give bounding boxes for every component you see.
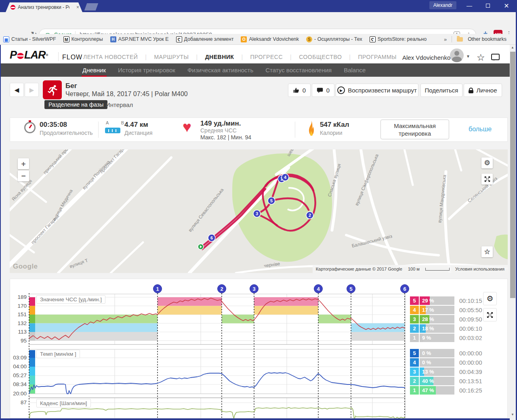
chevron-down-icon[interactable]: ▼ — [466, 54, 470, 59]
bookmark-item[interactable]: S- Осцилляторы - Тех — [306, 36, 362, 42]
nav-item-3[interactable]: ДНЕВНИК — [204, 54, 236, 60]
map-route-marker-3[interactable]: 3 — [253, 210, 261, 217]
nav-item-2[interactable]: МАРШРУТЫ — [152, 54, 190, 60]
replay-route-button[interactable]: ▶ Воспроизвести маршрут — [336, 84, 418, 97]
pace-zone-bar: 47 % — [420, 386, 454, 395]
browser-profile-badge[interactable]: Alexandr — [429, 1, 456, 9]
new-tab-button[interactable] — [84, 3, 99, 10]
hr-zone-table: 529 %00:10:15417 %00:05:50328 %00:09:502… — [410, 296, 482, 343]
subnav-item-1[interactable]: Дневник — [82, 63, 107, 77]
bookmarks-right: » Other bookmarks — [444, 36, 517, 42]
replay-label: Воспроизвести маршрут — [348, 87, 417, 94]
training-benefit-button[interactable]: Максимальная тренировка — [380, 120, 449, 139]
map-terms-link[interactable]: Условия использования — [455, 267, 504, 271]
map-zoom-out-button[interactable]: − — [18, 170, 29, 181]
heart-icon: ♥ — [183, 119, 191, 136]
pace-zone-row-2: 240 %00:13:51 — [410, 377, 482, 385]
share-button[interactable]: Поделиться — [420, 84, 462, 97]
google-logo: Google — [13, 262, 38, 271]
prev-session-button[interactable]: ◀ — [10, 83, 24, 97]
avatar[interactable] — [450, 48, 464, 62]
subnav-item-2[interactable]: История тренировок — [117, 63, 176, 77]
map-fullscreen-button[interactable] — [481, 174, 493, 185]
chart-settings-button[interactable]: ⚙ — [483, 292, 497, 305]
pace-zone-bar: 13 % — [420, 368, 454, 376]
bookmark-item[interactable]: ϚSportsStore: реально — [370, 36, 427, 42]
subnav-item-4[interactable]: Статус восстановления — [265, 63, 332, 77]
phase-marker-6[interactable]: 6 — [400, 284, 409, 293]
next-session-button[interactable]: ▶ — [25, 83, 39, 97]
tab-close-icon[interactable]: × — [76, 4, 79, 10]
map-route-marker-4[interactable]: 4 — [282, 174, 289, 181]
bookmarks-overflow-icon[interactable]: » — [444, 36, 447, 42]
gear-icon: ⚙ — [484, 159, 490, 167]
bookmark-item[interactable]: MКонтроллеры — [63, 36, 103, 42]
subnav-item-3[interactable]: Физическая активность — [187, 63, 254, 77]
bookmark-favicon: ▦ — [3, 36, 9, 42]
bookmark-item[interactable]: OAleksandr Vdovichenk — [241, 36, 299, 42]
more-link[interactable]: больше — [469, 126, 492, 133]
flame-icon — [306, 120, 317, 136]
pace-zone-number: 3 — [410, 368, 419, 376]
window-minimize-button[interactable]: — — [460, 0, 478, 11]
title-bar: Анализ тренировки - Po × Alexandr — ✕ — [0, 0, 517, 12]
route-map[interactable]: прилуцький провулоквулиця ПолігоннаЯсна … — [10, 149, 508, 273]
flow-label[interactable]: FLOW — [62, 54, 82, 61]
pace-zone-time: 00:13:51 — [459, 378, 482, 384]
map-favorite-button[interactable]: ☆ — [481, 246, 493, 257]
hr-zone-row-4: 417 %00:05:50 — [410, 306, 482, 314]
other-bookmarks-label[interactable]: Other bookmarks — [468, 36, 506, 42]
hr-zone-time: 00:03:02 — [459, 335, 482, 341]
favorites-star-icon[interactable]: ☆ — [477, 52, 485, 63]
tab-title: Анализ тренировки - Po — [18, 4, 69, 10]
hr-zone-number: 5 — [410, 296, 419, 305]
avg-hr-label: Средняя ЧСС — [200, 127, 237, 134]
map-route-marker-5[interactable]: 5 — [268, 197, 275, 204]
scrollbar-thumb[interactable] — [510, 52, 515, 298]
hr-zone-number: 2 — [410, 324, 419, 333]
privacy-button[interactable]: Личное — [464, 84, 502, 97]
hr-axis-tick: 113 — [8, 329, 27, 335]
phase-marker-2[interactable]: 2 — [217, 284, 226, 293]
phase-marker-5[interactable]: 5 — [347, 284, 355, 293]
bookmark-label: ASP.NET MVC Урок Е — [118, 36, 169, 42]
nav-item-6[interactable]: ПРОГРАММЫ — [356, 54, 398, 60]
map-settings-button[interactable]: ⚙ — [481, 158, 493, 168]
map-attribution: Картографические данные © 2017 Google 10… — [313, 265, 508, 273]
map-zoom-in-button[interactable]: + — [18, 158, 29, 169]
scrollbar-up-icon[interactable]: ▲ — [511, 46, 514, 49]
map-route-marker-6[interactable]: 6 — [208, 234, 215, 242]
hr-zone-bar: 28 % — [420, 315, 454, 323]
pace-zone-number: 5 — [410, 349, 419, 357]
map-route-marker-2[interactable]: 2 — [306, 212, 313, 219]
bookmark-item[interactable]: HASP.NET MVC Урок Е — [110, 36, 169, 42]
hr-zone-number: 4 — [410, 306, 419, 314]
user-name[interactable]: Alex Vdovichenko — [402, 54, 450, 61]
feedback-chat-icon[interactable] — [491, 54, 500, 60]
nav-item-4[interactable]: ПРОГРЕСС — [249, 54, 284, 60]
bookmark-label: Контроллеры — [71, 36, 103, 42]
phase-marker-4[interactable]: 4 — [314, 284, 323, 293]
pace-axis-tick: 03:09 — [8, 355, 27, 361]
bookmark-label: - Осцилляторы - Тех — [314, 36, 362, 42]
bookmark-item[interactable]: ▦Статьи - SilverWPF — [3, 36, 56, 42]
like-button[interactable]: 0 — [288, 84, 311, 97]
browser-tab[interactable]: Анализ тренировки - Po × — [6, 2, 82, 12]
window-maximize-button[interactable] — [479, 0, 497, 11]
hr-zone-bar: 17 % — [420, 306, 454, 314]
subnav-item-5[interactable]: Balance — [343, 63, 366, 77]
interval-tab[interactable]: Интервал — [106, 101, 133, 108]
polar-logo[interactable]: PLAR® — [10, 49, 48, 61]
phase-marker-1[interactable]: 1 — [153, 284, 162, 293]
bookmark-item[interactable]: ϚДобавление элемент — [176, 36, 234, 42]
comment-button[interactable]: 0 — [312, 84, 334, 97]
scrollbar-down-icon[interactable]: ▼ — [511, 413, 514, 416]
nav-item-5[interactable]: СООБЩЕСТВО — [297, 54, 343, 60]
nav-item-1[interactable]: ЛЕНТА НОВОСТЕЙ — [82, 54, 139, 60]
svg-text:5: 5 — [270, 198, 273, 203]
phase-marker-3[interactable]: 3 — [250, 284, 258, 293]
window-close-button[interactable]: ✕ — [498, 0, 515, 11]
pace-zone-row-3: 313 %00:04:39 — [410, 368, 482, 376]
chart-fullscreen-button[interactable] — [483, 308, 497, 321]
svg-text:3: 3 — [256, 211, 258, 216]
